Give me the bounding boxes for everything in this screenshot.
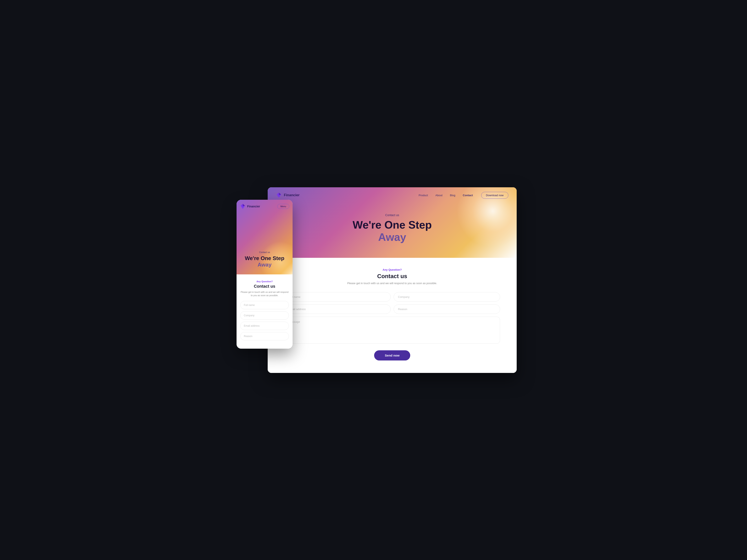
mobile-company-input[interactable]	[240, 311, 289, 320]
company-input[interactable]	[394, 292, 500, 301]
desktop-logo: Financier	[276, 192, 300, 198]
mobile-form-title: Contact us	[240, 284, 289, 289]
form-row-1	[284, 292, 500, 301]
nav-link-about[interactable]: About	[435, 194, 442, 197]
mobile-logo-icon	[240, 204, 246, 209]
form-row-2	[284, 304, 500, 314]
mobile-hero-title: We're One Step Away	[241, 255, 288, 268]
nav-links: Product About Blog Contact	[419, 194, 473, 197]
desktop-form-section: Any Question? Contact us Please get in t…	[268, 258, 517, 373]
mobile-logo: Financier	[240, 204, 260, 209]
mobile-email-input[interactable]	[240, 322, 289, 330]
desktop-hero-content: Contact us We're One Step Away	[353, 213, 432, 244]
desktop-logo-text: Financier	[284, 193, 300, 197]
form-subtitle: Please get in touch with us and we will …	[284, 282, 500, 285]
mobile-hero-eyebrow: Contact us	[241, 251, 288, 254]
desktop-logo-icon	[276, 192, 282, 198]
scene: Financier Menu Contact us We're One Step…	[249, 187, 498, 373]
desktop-hero-title: We're One Step Away	[353, 219, 432, 244]
mobile-hero-title-line2: Away	[258, 262, 272, 268]
nav-link-contact[interactable]: Contact	[463, 194, 473, 197]
form-eyebrow: Any Question?	[284, 268, 500, 271]
desktop-nav: Financier Product About Blog Contact Dow…	[268, 187, 517, 203]
mobile-reason-input[interactable]	[240, 332, 289, 340]
message-textarea[interactable]	[284, 317, 500, 344]
mobile-card: Financier Menu Contact us We're One Step…	[236, 200, 292, 349]
desktop-hero-title-line1: We're One Step	[353, 219, 432, 231]
mobile-hero: Financier Menu Contact us We're One Step…	[236, 200, 292, 274]
mobile-hero-title-line1: We're One Step	[245, 255, 284, 261]
nav-link-blog[interactable]: Blog	[450, 194, 455, 197]
send-now-button[interactable]: Send now	[374, 350, 410, 361]
mobile-form-eyebrow: Any Question?	[240, 280, 289, 283]
mobile-form-subtitle: Please get in touch with us and we will …	[240, 290, 289, 297]
mobile-form-section: Any Question? Contact us Please get in t…	[236, 274, 292, 349]
full-name-input[interactable]	[284, 292, 391, 301]
download-now-button[interactable]: Download now	[481, 192, 508, 199]
reason-input[interactable]	[394, 304, 500, 314]
mobile-logo-text: Financier	[247, 205, 260, 208]
mobile-menu-button[interactable]: Menu	[277, 204, 289, 209]
nav-link-product[interactable]: Product	[419, 194, 428, 197]
desktop-hero: Financier Product About Blog Contact Dow…	[268, 187, 517, 258]
desktop-hero-eyebrow: Contact us	[353, 213, 432, 217]
mobile-full-name-input[interactable]	[240, 301, 289, 309]
mobile-nav: Financier Menu	[236, 200, 292, 213]
desktop-card: Financier Product About Blog Contact Dow…	[268, 187, 517, 373]
mobile-hero-content: Contact us We're One Step Away	[236, 251, 292, 268]
form-title: Contact us	[284, 273, 500, 279]
form-header: Any Question? Contact us Please get in t…	[284, 268, 500, 285]
email-input[interactable]	[284, 304, 391, 314]
desktop-hero-title-line2: Away	[378, 231, 406, 243]
